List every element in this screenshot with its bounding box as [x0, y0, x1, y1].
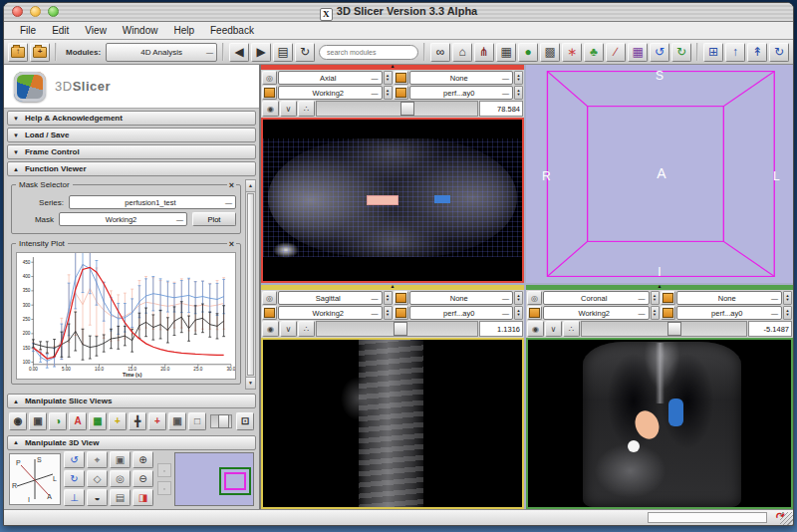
slice-offset-value[interactable]: -5.1487	[748, 321, 792, 337]
plot-button[interactable]: Plot	[192, 212, 236, 226]
series-dropdown[interactable]: perfusion1_test —	[69, 195, 236, 209]
slider-thumb[interactable]	[667, 322, 681, 336]
foreground-layer-button[interactable]	[661, 291, 675, 305]
slice-offset-value[interactable]: 1.1316	[479, 321, 523, 337]
scroll-up-icon[interactable]: ▲	[246, 180, 255, 192]
module-forward-button[interactable]: ▶	[251, 43, 271, 62]
stereo-icon[interactable]: ▣	[110, 451, 131, 468]
labelmap-dropdown[interactable]: Working2—	[543, 306, 650, 320]
lightbox-icon[interactable]: ◑	[49, 412, 67, 430]
scroll-down-icon[interactable]: ▼	[246, 377, 255, 389]
viewport-3d[interactable]: S I R L A	[526, 65, 793, 283]
axial-slice-image[interactable]	[261, 118, 524, 283]
slider-thumb[interactable]	[400, 102, 414, 116]
background-dropdown[interactable]: perf...ay0—	[676, 306, 783, 320]
orientation-dropdown[interactable]: Axial—	[278, 71, 383, 85]
rotate-view-icon[interactable]: ↺	[64, 451, 85, 468]
sagittal-slice-image[interactable]	[261, 338, 524, 509]
expand-controls-button[interactable]: ∨	[280, 321, 297, 337]
orientation-spinner[interactable]: ▲▼	[384, 291, 393, 305]
label-layer-button[interactable]	[262, 306, 277, 320]
modules-dropdown[interactable]: 4D Analysis —	[106, 43, 217, 62]
slice-opacity-slider[interactable]	[210, 414, 232, 428]
section-manipulate-slice-views[interactable]: ▲ Manipulate Slice Views	[7, 394, 256, 408]
volumes-module-icon[interactable]: ▦	[496, 43, 516, 62]
background-layer-button[interactable]	[394, 306, 408, 320]
slice-offset-slider[interactable]	[581, 321, 747, 337]
center-view-icon[interactable]: ⌖	[87, 451, 108, 468]
background-spinner[interactable]: ▲▼	[783, 306, 792, 320]
slice-visibility-button[interactable]: ◉	[262, 321, 279, 337]
collapse-controls-icon[interactable]: ▲	[391, 63, 396, 69]
slice-offset-value[interactable]: 78.584	[479, 101, 523, 117]
transforms-module-icon[interactable]: ▩	[540, 43, 560, 62]
background-spinner[interactable]: ▲▼	[514, 86, 523, 100]
axis-orientation-widget[interactable]: P S L R A I	[9, 453, 61, 505]
slider-thumb[interactable]	[218, 414, 229, 428]
screen-grab-icon[interactable]: ▤	[110, 489, 131, 506]
menu-window[interactable]: Window	[115, 25, 166, 36]
orientation-dropdown[interactable]: Sagittal—	[278, 291, 383, 305]
module-refresh-button[interactable]: ↻	[295, 43, 315, 62]
visibility-3d-icon[interactable]: ◒	[87, 489, 108, 506]
orthographic-icon[interactable]: ◇	[87, 470, 108, 487]
background-spinner[interactable]: ▲▼	[514, 306, 523, 320]
menu-feedback[interactable]: Feedback	[202, 25, 262, 36]
fit-to-window-icon[interactable]: ▣	[168, 412, 186, 430]
labelmap-spinner[interactable]: ▲▼	[384, 86, 393, 100]
colors-module-icon[interactable]: ▦	[628, 43, 648, 62]
section-frame-control[interactable]: ▼ Frame Control	[7, 144, 256, 159]
close-group-icon[interactable]: ×	[227, 239, 236, 249]
zoom-out-icon[interactable]: ⊖	[133, 470, 153, 487]
field-of-view-button[interactable]: ⊡	[236, 412, 254, 430]
zoom-in-icon[interactable]: ⊕	[133, 451, 153, 468]
lightbox-menu-button[interactable]: ∴	[563, 321, 580, 337]
expand-controls-button[interactable]: ∨	[545, 321, 562, 337]
foreground-layer-button[interactable]	[394, 71, 408, 85]
background-layer-button[interactable]	[394, 86, 408, 100]
foreground-spinner[interactable]: ▲▼	[514, 71, 523, 85]
navigation-crosshair-icon[interactable]: +	[148, 412, 166, 430]
crosshair-icon[interactable]: +	[109, 412, 127, 430]
background-dropdown[interactable]: perf...ay0—	[409, 306, 514, 320]
slider-thumb[interactable]	[394, 322, 407, 336]
slice-visibility-button[interactable]: ◉	[262, 101, 279, 117]
orientation-spinner[interactable]: ▲▼	[384, 71, 393, 85]
search-modules-icon[interactable]: ∞	[430, 43, 450, 62]
fiducial-select-button[interactable]: ↟	[747, 43, 767, 62]
foreground-dropdown[interactable]: None—	[676, 291, 783, 305]
lightbox-menu-button[interactable]: ∴	[298, 321, 315, 337]
orientation-dropdown[interactable]: Coronal—	[543, 291, 650, 305]
slice-visibility-icon[interactable]: ◉	[9, 412, 27, 430]
expand-controls-button[interactable]: ∨	[280, 101, 297, 117]
menu-edit[interactable]: Edit	[44, 25, 77, 36]
single-slice-icon[interactable]: □	[188, 412, 206, 430]
undo-button[interactable]: ↺	[650, 43, 669, 62]
label-opacity-icon[interactable]: ▣	[29, 412, 47, 430]
fiducials-module-icon[interactable]: ∗	[562, 43, 582, 62]
resize-grip[interactable]	[780, 512, 793, 525]
look-at-toggle-icon[interactable]: ▫	[157, 481, 171, 495]
orientation-spinner[interactable]: ▲▼	[651, 291, 660, 305]
lightbox-menu-button[interactable]: ∴	[298, 101, 315, 117]
spin-view-icon[interactable]: ↻	[64, 470, 85, 487]
labelmap-dropdown[interactable]: Working2—	[278, 86, 383, 100]
background-dropdown[interactable]: perf...ay0—	[409, 86, 514, 100]
panel-scrollbar[interactable]: ▲ ▼	[245, 179, 256, 390]
label-layer-button[interactable]	[262, 86, 277, 100]
module-search-input[interactable]	[319, 45, 418, 60]
look-from-icon[interactable]: ◎	[110, 470, 131, 487]
scrollbar-thumb[interactable]	[247, 193, 254, 376]
foreground-layer-button[interactable]	[394, 291, 408, 305]
fiducial-add-button[interactable]: ↑	[725, 43, 745, 62]
foreground-dropdown[interactable]: None—	[409, 71, 514, 85]
pitch-view-icon[interactable]: ⊥	[64, 489, 85, 506]
annotation-icon[interactable]: A	[69, 412, 87, 430]
labelmap-dropdown[interactable]: Working2—	[278, 306, 383, 320]
labelmap-spinner[interactable]: ▲▼	[384, 306, 393, 320]
collapse-controls-icon[interactable]: ▲	[391, 283, 396, 289]
section-load-save[interactable]: ▼ Load / Save	[7, 128, 256, 142]
layout-button[interactable]: ⊞	[703, 43, 723, 62]
editor-module-icon[interactable]: ♣	[584, 43, 604, 62]
foreground-dropdown[interactable]: None—	[409, 291, 514, 305]
